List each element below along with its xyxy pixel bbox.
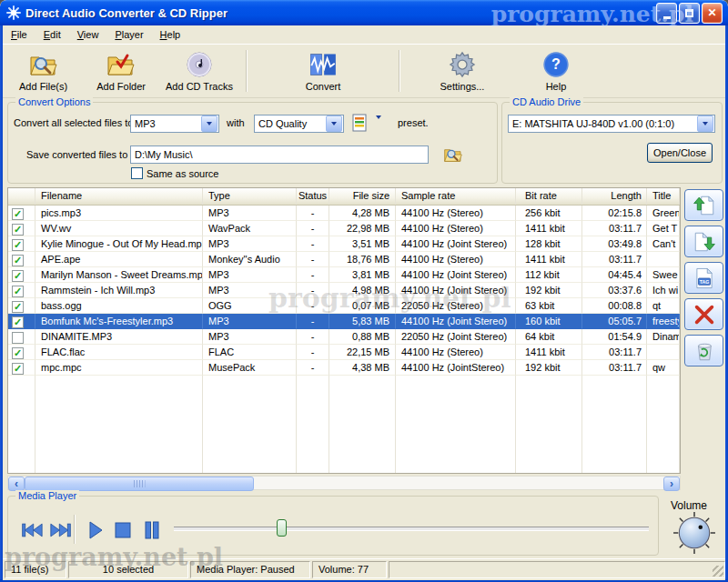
preset-icon[interactable] — [352, 114, 367, 132]
horizontal-scrollbar[interactable]: ‹ › — [7, 476, 681, 490]
empty-cell — [647, 376, 680, 473]
move-up-icon — [693, 194, 716, 217]
table-row[interactable]: ✓mpc.mpcMusePack-4,38 MB44100 Hz (JointS… — [8, 360, 680, 376]
tag-button[interactable]: TAG — [684, 262, 723, 294]
resize-grip-icon[interactable] — [713, 566, 723, 577]
quality-select[interactable]: CD Quality — [254, 115, 344, 133]
row-checkbox[interactable]: ✓ — [12, 224, 24, 236]
stop-button[interactable] — [112, 518, 134, 542]
row-checkbox[interactable]: ✓ — [12, 363, 24, 375]
table-row[interactable]: ✓Kylie Minogue - Out Of My Head.mp3MP3-3… — [8, 236, 680, 252]
header-filename[interactable]: Filename — [35, 188, 203, 205]
settings-button[interactable]: Settings... — [404, 47, 521, 95]
table-row[interactable]: ✓FLAC.flacFLAC-22,15 MB44100 Hz (Stereo)… — [8, 345, 680, 360]
maximize-button[interactable] — [679, 3, 700, 24]
menu-player[interactable]: Player — [106, 26, 151, 43]
table-row[interactable]: DINAMITE.MP3MP3-0,88 MB22050 Hz (Joint S… — [8, 329, 680, 345]
add-files-button[interactable]: Add File(s) — [15, 47, 71, 95]
chevron-down-icon[interactable] — [697, 115, 713, 132]
row-checkbox[interactable] — [12, 332, 24, 344]
minimize-button[interactable] — [656, 3, 677, 24]
media-separator — [74, 515, 76, 544]
move-up-button[interactable] — [684, 189, 723, 221]
table-row[interactable]: ✓Bomfunk Mc's-Freestyler.mp3MP3-5,83 MB4… — [8, 314, 680, 329]
scrollbar-thumb[interactable] — [25, 477, 254, 491]
header-status[interactable]: Status — [297, 188, 329, 205]
cell-filename: bass.ogg — [35, 298, 203, 314]
header-checkbox[interactable] — [8, 188, 35, 205]
add-cd-tracks-label: Add CD Tracks — [166, 81, 233, 92]
menu-edit[interactable]: Edit — [35, 26, 69, 43]
row-checkbox[interactable]: ✓ — [12, 347, 24, 359]
cell-sample: 44100 Hz (Stereo) — [396, 345, 516, 360]
cell-bitrate: 160 kbit — [516, 314, 582, 329]
convert-button[interactable]: Convert — [251, 47, 395, 95]
table-row[interactable]: ✓APE.apeMonkey''s Audio-18,76 MB44100 Hz… — [8, 252, 680, 267]
row-checkbox[interactable]: ✓ — [12, 270, 24, 282]
volume-knob[interactable] — [672, 511, 716, 555]
previous-track-button[interactable] — [19, 518, 45, 542]
table-row[interactable]: ✓bass.oggOGG-0,07 MB22050 Hz (Stereo)63 … — [8, 298, 680, 314]
format-select[interactable]: MP3 — [130, 115, 219, 133]
play-button[interactable] — [85, 518, 106, 542]
cell-status: - — [297, 267, 329, 283]
same-as-source-checkbox[interactable] — [131, 167, 143, 179]
row-checkbox[interactable]: ✓ — [12, 301, 24, 313]
save-path-input[interactable]: D:\My Music\ — [130, 146, 429, 164]
close-button[interactable]: ✕ — [702, 3, 723, 24]
help-button[interactable]: ? Help — [521, 47, 592, 95]
row-checkbox[interactable]: ✓ — [12, 286, 24, 297]
chevron-down-icon[interactable] — [201, 115, 217, 132]
move-down-icon — [693, 230, 716, 254]
row-checkbox[interactable]: ✓ — [12, 208, 24, 220]
empty-cell — [297, 376, 329, 473]
header-type[interactable]: Type — [203, 188, 297, 205]
cell-size: 0,07 MB — [329, 298, 396, 314]
header-bit-rate[interactable]: Bit rate — [516, 188, 582, 205]
header-title[interactable]: Title — [647, 188, 680, 205]
add-folder-button[interactable]: Add Folder — [93, 47, 149, 95]
table-row[interactable]: ✓Rammstein - Ich Will.mp3MP3-4,98 MB4410… — [8, 283, 680, 298]
remove-button[interactable] — [684, 298, 723, 330]
scroll-left-button[interactable]: ‹ — [8, 477, 25, 491]
row-checkbox[interactable]: ✓ — [12, 316, 24, 328]
preset-dropdown-arrow[interactable] — [376, 119, 381, 130]
chevron-down-icon[interactable] — [326, 115, 342, 132]
row-checkbox[interactable]: ✓ — [12, 239, 24, 251]
cell-status: - — [297, 314, 329, 329]
add-cd-tracks-button[interactable]: Add CD Tracks — [162, 47, 237, 95]
browse-folder-icon[interactable] — [443, 146, 463, 164]
cd-drive-value: E: MATSHITA UJ-840D v1.00 (0:1:0) — [509, 118, 696, 129]
seek-slider-thumb[interactable] — [277, 519, 287, 537]
table-row[interactable]: ✓WV.wvWavPack-22,98 MB44100 Hz (Stereo)1… — [8, 221, 680, 236]
toolbar-separator — [399, 50, 400, 92]
row-checkbox[interactable]: ✓ — [12, 255, 24, 266]
menu-help[interactable]: Help — [152, 26, 189, 43]
convert-options-group: Convert Options Convert all selected fil… — [7, 102, 498, 184]
scroll-right-button[interactable]: › — [663, 477, 680, 491]
table-row[interactable]: ✓pics.mp3MP3-4,28 MB44100 Hz (Stereo)256… — [8, 206, 680, 221]
scrollbar-grip-icon — [134, 480, 146, 487]
next-track-button[interactable] — [48, 518, 74, 542]
header-file-size[interactable]: File size — [329, 188, 396, 205]
cell-length: 01:54.9 — [582, 329, 647, 345]
menu-view[interactable]: View — [69, 26, 107, 43]
cell-size: 4,38 MB — [329, 360, 396, 376]
move-down-button[interactable] — [684, 226, 723, 257]
cell-bitrate: 63 kbit — [516, 298, 582, 314]
cell-size: 4,28 MB — [329, 206, 396, 221]
header-length[interactable]: Length — [582, 188, 647, 205]
cd-drive-group: CD Audio Drive E: MATSHITA UJ-840D v1.00… — [501, 102, 723, 184]
convert-options-title: Convert Options — [15, 96, 93, 107]
seek-slider[interactable] — [174, 527, 649, 531]
table-row[interactable]: ✓Marilyn Manson - Sweet Dreams.mp3MP3-3,… — [8, 267, 680, 283]
pause-button[interactable] — [141, 518, 163, 542]
header-sample-rate[interactable]: Sample rate — [396, 188, 516, 205]
cd-drive-select[interactable]: E: MATSHITA UJ-840D v1.00 (0:1:0) — [508, 115, 715, 133]
cell-type: MP3 — [203, 314, 297, 329]
cell-title: freesty — [647, 314, 680, 329]
menu-file[interactable]: File — [3, 26, 35, 43]
svg-text:?: ? — [551, 55, 561, 72]
clear-list-button[interactable] — [684, 335, 723, 366]
open-close-button[interactable]: Open/Close — [647, 143, 713, 163]
